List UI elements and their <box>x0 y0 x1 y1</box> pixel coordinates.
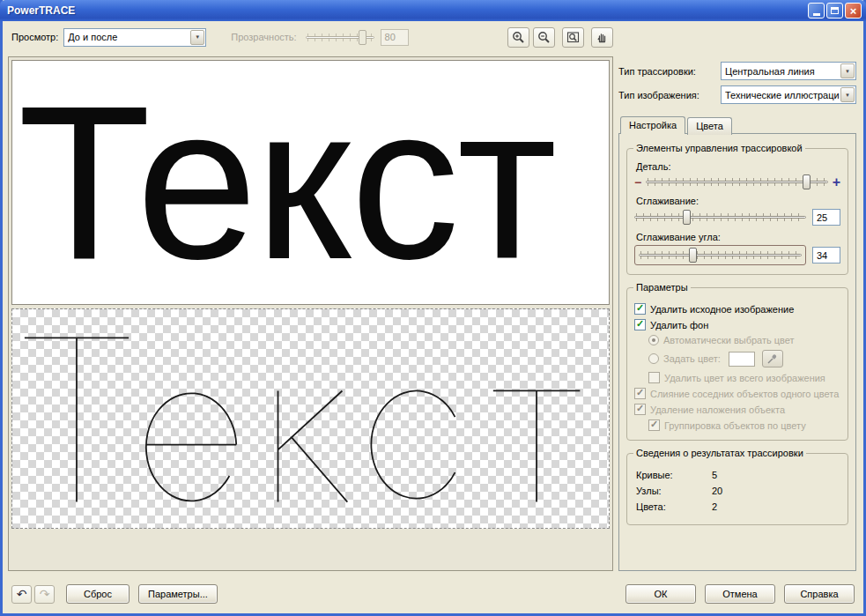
options-group: Параметры ✓ Удалить исходное изображение… <box>626 287 848 441</box>
slider-thumb <box>359 30 366 45</box>
chevron-down-icon[interactable]: ▼ <box>840 63 855 78</box>
chevron-down-icon[interactable]: ▼ <box>840 87 855 102</box>
trace-type-value: Центральная линия <box>725 66 831 77</box>
trace-type-select[interactable]: Центральная линия ▼ <box>721 62 856 80</box>
radio-icon[interactable] <box>648 335 659 345</box>
undo-button[interactable]: ↶ <box>11 585 32 604</box>
preview-area: Текст <box>3 53 615 575</box>
smoothing-slider[interactable] <box>634 210 806 225</box>
panel-tabs: Настройка Цвета <box>618 115 856 133</box>
detail-plus-button[interactable]: + <box>833 175 840 189</box>
image-type-select[interactable]: Технические иллюстраци ▼ <box>721 85 856 104</box>
traced-image-preview <box>11 308 610 568</box>
zoom-in-button[interactable] <box>507 27 529 48</box>
hand-icon <box>596 31 609 44</box>
close-icon: × <box>850 5 857 17</box>
group-title: Сведения о результатах трассировки <box>633 448 806 458</box>
redo-button[interactable]: ↷ <box>34 585 55 604</box>
eyedropper-icon <box>766 353 778 365</box>
undo-icon: ↶ <box>17 587 27 601</box>
titlebar[interactable]: PowerTRACE × <box>0 0 866 21</box>
slider-track <box>634 216 806 219</box>
toolbar: Просмотр: До и после ▼ Прозрачность: 80 <box>3 21 863 53</box>
zoom-tools <box>507 27 613 48</box>
preview-mode-value: До и после <box>68 32 133 42</box>
settings-tab-panel: Элементы управления трассировкой Деталь:… <box>618 133 856 571</box>
trace-controls-group: Элементы управления трассировкой Деталь:… <box>626 148 848 275</box>
preview-frame: Текст <box>8 56 613 571</box>
reset-button[interactable]: Сброс <box>66 584 130 604</box>
option-remove-overlap: ✓ Удаление наложения объекта <box>634 404 840 415</box>
option-delete-original[interactable]: ✓ Удалить исходное изображение <box>634 303 840 315</box>
pan-button[interactable] <box>591 27 613 48</box>
image-type-value: Технические иллюстраци <box>725 90 855 100</box>
window-title: PowerTRACE <box>7 4 75 17</box>
result-row: Кривые: 5 <box>636 470 840 480</box>
zoom-out-button[interactable] <box>533 27 555 48</box>
original-image-preview: Текст <box>11 60 610 305</box>
transparency-slider <box>306 30 374 45</box>
minimize-button[interactable] <box>808 3 825 19</box>
color-swatch[interactable] <box>729 352 755 367</box>
window-controls: × <box>808 3 862 19</box>
corner-value-field[interactable]: 34 <box>812 247 840 263</box>
redo-icon: ↷ <box>40 587 50 601</box>
zoom-fit-button[interactable] <box>562 27 584 48</box>
corner-slider-focus <box>634 245 806 265</box>
corner-smoothing-label: Сглаживание угла: <box>636 232 840 242</box>
checkbox-icon[interactable]: ✓ <box>648 419 660 431</box>
checkbox-icon[interactable]: ✓ <box>634 404 646 415</box>
source-bitmap-text: Текст <box>12 73 554 292</box>
footer: ↶ ↷ Сброс Параметры... ОК Отмена Справка <box>3 575 863 613</box>
smoothing-label: Сглаживание: <box>636 196 840 206</box>
radio-icon[interactable] <box>648 353 659 364</box>
settings-panel: Тип трассировки: Центральная линия ▼ Тип… <box>615 53 863 575</box>
chevron-down-icon[interactable]: ▼ <box>190 30 204 45</box>
option-merge-adjacent: ✓ Слияние соседних объектов одного цвета <box>634 388 840 399</box>
preview-mode-label: Просмотр: <box>11 32 58 42</box>
checkbox-icon[interactable]: ✓ <box>634 303 646 315</box>
checkbox-icon[interactable]: ✓ <box>634 319 646 330</box>
trace-results-group: Сведения о результатах трассировки Кривы… <box>626 453 848 525</box>
close-button[interactable]: × <box>845 3 862 19</box>
ok-button[interactable]: ОК <box>625 584 696 604</box>
minimize-icon <box>813 13 820 16</box>
slider-track <box>646 181 827 183</box>
detail-minus-button[interactable]: − <box>634 176 641 189</box>
zoom-in-icon <box>512 31 525 44</box>
preview-mode-select[interactable]: До и после ▼ <box>63 28 206 47</box>
option-specify-color: Задать цвет: <box>648 350 840 367</box>
option-auto-color: Автоматически выбрать цвет <box>648 335 840 345</box>
help-button[interactable]: Справка <box>784 584 855 604</box>
cancel-button[interactable]: Отмена <box>705 584 775 604</box>
detail-slider[interactable] <box>646 174 827 189</box>
image-type-label: Тип изображения: <box>618 90 721 100</box>
slider-thumb[interactable] <box>683 210 691 225</box>
slider-track <box>639 254 802 256</box>
option-group-by-color: ✓ Группировка объектов по цвету <box>648 419 840 431</box>
tab-colors[interactable]: Цвета <box>687 117 732 135</box>
detail-label: Деталь: <box>636 161 840 172</box>
trace-type-label: Тип трассировки: <box>618 66 721 77</box>
restore-icon <box>831 7 839 14</box>
eyedropper-button[interactable] <box>762 350 783 367</box>
powertrace-window: PowerTRACE × Просмотр: До и после ▼ Проз… <box>0 0 866 616</box>
option-remove-background[interactable]: ✓ Удалить фон <box>634 319 840 330</box>
dialog-buttons: ОК Отмена Справка <box>617 584 855 604</box>
group-title: Параметры <box>633 282 691 293</box>
slider-thumb[interactable] <box>803 174 810 189</box>
smoothing-value-field[interactable]: 25 <box>812 209 840 226</box>
transparency-label: Прозрачность: <box>231 32 296 42</box>
tab-settings[interactable]: Настройка <box>620 116 685 134</box>
corner-smoothing-slider[interactable] <box>639 248 802 263</box>
checkbox-icon[interactable]: ✓ <box>634 388 646 399</box>
zoom-out-icon <box>537 31 551 44</box>
options-button[interactable]: Параметры... <box>138 584 218 604</box>
traced-canvas <box>11 308 610 529</box>
restore-button[interactable] <box>826 3 843 19</box>
main-content: Текст <box>3 53 863 575</box>
checkbox-icon[interactable]: ✓ <box>648 372 660 383</box>
zoom-fit-icon <box>566 31 580 44</box>
slider-thumb[interactable] <box>689 248 697 263</box>
traced-text-paths <box>18 330 599 507</box>
